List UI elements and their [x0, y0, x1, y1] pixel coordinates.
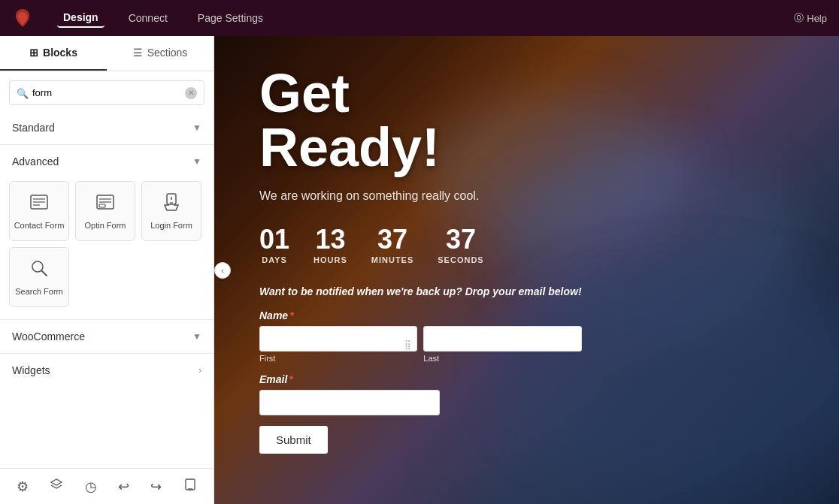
drag-handle-icon: ⣿	[404, 340, 411, 350]
divider	[0, 144, 214, 145]
optin-form-icon	[95, 192, 115, 216]
login-form-icon	[162, 192, 181, 216]
name-field-group: Name* ⣿ First Last	[259, 309, 582, 363]
name-label: Name*	[259, 309, 582, 321]
divider-3	[0, 353, 214, 354]
block-contact-form[interactable]: Contact Form	[9, 181, 69, 241]
advanced-blocks-grid: Contact Form Optin Form	[0, 175, 214, 316]
svg-rect-13	[186, 479, 195, 490]
chevron-down-icon-advanced: ▼	[192, 156, 201, 167]
name-row: ⣿ First Last	[259, 326, 582, 363]
nav-page-settings[interactable]: Page Settings	[192, 9, 269, 27]
email-input[interactable]	[259, 390, 440, 415]
logo-icon	[12, 8, 33, 29]
search-clear-button[interactable]: ✕	[185, 87, 197, 99]
bottom-toolbar: ⚙ ◷ ↩ ↪	[0, 468, 214, 504]
search-input[interactable]	[9, 80, 204, 105]
notify-text: Want to be notified when we're back up? …	[259, 285, 582, 297]
last-name-wrap: Last	[423, 326, 581, 363]
help-icon: ⓪	[794, 11, 804, 25]
tab-blocks[interactable]: ⊞ Blocks	[0, 36, 107, 71]
canvas-area: ‹ Get Ready! We are working on something…	[214, 36, 839, 504]
search-container: 🔍 ✕	[0, 71, 214, 114]
email-field-group: Email*	[259, 373, 582, 415]
first-name-input[interactable]	[259, 326, 417, 352]
block-login-form[interactable]: Login Form	[141, 181, 201, 241]
first-label: First	[259, 354, 417, 363]
section-advanced[interactable]: Advanced ▼	[0, 148, 214, 175]
search-form-icon	[29, 258, 49, 282]
blocks-tab-icon: ⊞	[29, 47, 38, 59]
divider-2	[0, 319, 214, 320]
preview-icon[interactable]	[177, 472, 203, 501]
email-label: Email*	[259, 373, 582, 385]
chevron-down-icon: ▼	[192, 122, 201, 133]
first-name-wrap: ⣿ First	[259, 326, 417, 363]
block-optin-form[interactable]: Optin Form	[75, 181, 135, 241]
svg-line-12	[42, 271, 47, 276]
collapse-sidebar-button[interactable]: ‹	[214, 262, 231, 279]
svg-point-15	[189, 490, 191, 491]
sidebar: ⊞ Blocks ☰ Sections 🔍 ✕ Standard ▼ Advan…	[0, 36, 214, 504]
section-woocommerce[interactable]: WooCommerce ▼	[0, 323, 214, 350]
settings-icon[interactable]: ⚙	[11, 472, 35, 501]
svg-rect-7	[99, 204, 105, 207]
countdown-days: 01 DAYS	[259, 224, 289, 264]
block-search-form[interactable]: Search Form	[9, 247, 69, 307]
chevron-right-icon-widgets: ›	[198, 365, 201, 376]
nav-design[interactable]: Design	[57, 8, 104, 28]
last-name-input[interactable]	[423, 326, 581, 352]
chevron-down-icon-woo: ▼	[192, 331, 201, 342]
last-label: Last	[423, 354, 581, 363]
history-icon[interactable]: ◷	[79, 472, 103, 501]
sidebar-tabs: ⊞ Blocks ☰ Sections	[0, 36, 214, 71]
countdown-seconds: 37 SECONDS	[438, 224, 483, 264]
help-button[interactable]: ⓪ Help	[794, 11, 827, 25]
page-content: Get Ready! We are working on something r…	[259, 66, 582, 454]
undo-icon[interactable]: ↩	[112, 472, 135, 501]
page-subtitle: We are working on something really cool.	[259, 189, 582, 203]
top-nav: Design Connect Page Settings ⓪ Help	[0, 0, 839, 36]
layers-icon[interactable]	[44, 472, 69, 501]
canvas-background: Get Ready! We are working on something r…	[214, 36, 839, 504]
tab-sections[interactable]: ☰ Sections	[107, 36, 214, 71]
section-widgets[interactable]: Widgets ›	[0, 357, 214, 384]
form-container: Name* ⣿ First Last	[259, 309, 582, 454]
page-title: Get Ready!	[259, 66, 582, 174]
countdown-timer: 01 DAYS 13 HOURS 37 MINUTES 37 SECONDS	[259, 224, 582, 264]
countdown-minutes: 37 MINUTES	[371, 224, 414, 264]
nav-connect[interactable]: Connect	[123, 9, 174, 27]
redo-icon[interactable]: ↪	[144, 472, 168, 501]
countdown-hours: 13 HOURS	[313, 224, 347, 264]
sections-tab-icon: ☰	[133, 47, 143, 59]
section-standard[interactable]: Standard ▼	[0, 114, 214, 141]
submit-button[interactable]: Submit	[259, 426, 328, 454]
contact-form-icon	[29, 192, 49, 216]
search-icon: 🔍	[17, 87, 29, 98]
